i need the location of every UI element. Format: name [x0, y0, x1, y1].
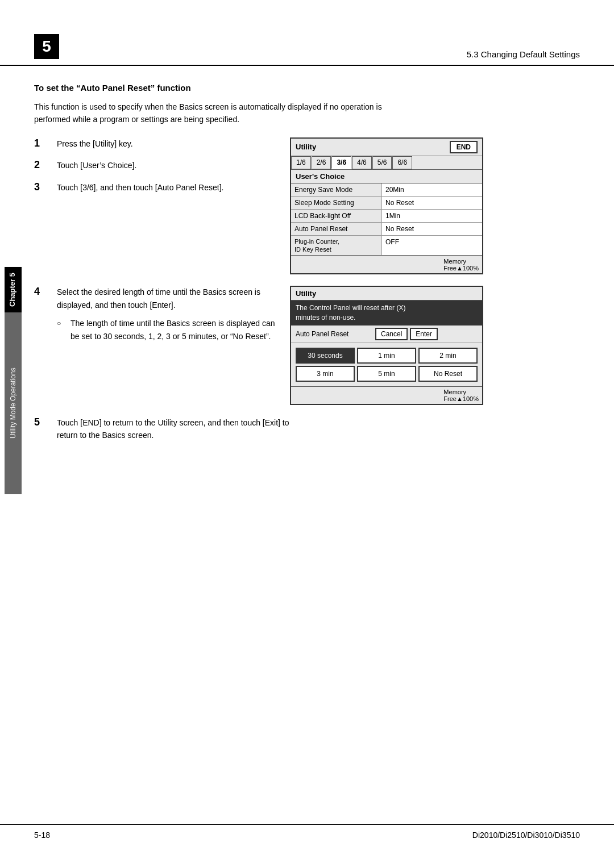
screen2-message: The Control Panel will reset after (X)mi…: [291, 301, 482, 326]
screen1-value-plugin: OFF: [382, 236, 482, 256]
screen1-section-title: User's Choice: [291, 170, 482, 183]
section-title: 5.3 Changing Default Settings: [467, 49, 580, 59]
page-header: 5 5.3 Changing Default Settings: [0, 0, 614, 66]
step-2-number: 2: [34, 159, 57, 171]
screen1-label-sleep: Sleep Mode Setting: [291, 197, 382, 209]
chapter-tab: Chapter 5: [5, 267, 22, 312]
section-heading: To set the “Auto Panel Reset” function: [34, 83, 580, 93]
screen1-row-sleep[interactable]: Sleep Mode Setting No Reset: [291, 197, 482, 210]
utility-tab: Utility Mode Operations: [5, 312, 22, 494]
screen1-row-lcd[interactable]: LCD Back-light Off 1Min: [291, 210, 482, 223]
step-1: 1 Press the [Utility] key.: [34, 137, 279, 150]
chapter-number: 5: [34, 34, 59, 59]
screen1-row-auto[interactable]: Auto Panel Reset No Reset: [291, 223, 482, 236]
steps-1-3-area: 1 Press the [Utility] key. 2 Touch [User…: [34, 137, 580, 275]
utility-screen-2: Utility The Control Panel will reset aft…: [290, 286, 483, 405]
steps-1-3-text: 1 Press the [Utility] key. 2 Touch [User…: [34, 137, 279, 203]
screen2-action-buttons: Cancel Enter: [375, 328, 438, 340]
bullet-circle: ○: [57, 318, 66, 329]
screen1-label-plugin: Plug-in Counter,ID Key Reset: [291, 236, 382, 256]
screen2-footer: MemoryFree▲100%: [291, 386, 482, 404]
option-1min[interactable]: 1 min: [357, 348, 416, 364]
screen1-memory: MemoryFree▲100%: [443, 258, 479, 272]
screen1-footer: MemoryFree▲100%: [291, 256, 482, 273]
screen1-value-energy: 20Min: [382, 183, 482, 196]
step-3-text: Touch [3/6], and then touch [Auto Panel …: [57, 181, 279, 194]
screen1-tab-bar: 1/6 2/6 3/6 4/6 5/6 6/6: [291, 156, 482, 170]
step-4-text-side: 4 Select the desired length of time unti…: [34, 286, 279, 352]
step-5: 5 Touch [END] to return to the Utility s…: [34, 416, 580, 442]
time-options-grid: 30 seconds 1 min 2 min 3 min 5 min No Re…: [291, 343, 482, 386]
page-container: Chapter 5 Utility Mode Operations 5 5.3 …: [0, 0, 614, 868]
screen2-auto-label: Auto Panel Reset: [296, 330, 375, 338]
screen2-memory: MemoryFree▲100%: [443, 389, 479, 402]
section-description: This function is used to specify when th…: [34, 101, 404, 126]
screen2-title-bar: Utility: [291, 287, 482, 301]
step-5-number: 5: [34, 416, 57, 428]
step-1-text: Press the [Utility] key.: [57, 137, 279, 150]
footer-model-numbers: Di2010/Di2510/Di3010/Di3510: [472, 831, 580, 840]
screen1-row-plugin[interactable]: Plug-in Counter,ID Key Reset OFF: [291, 236, 482, 256]
screen1-label-energy: Energy Save Mode: [291, 183, 382, 196]
screen2-auto-row: Auto Panel Reset Cancel Enter: [291, 326, 482, 343]
step-3: 3 Touch [3/6], and then touch [Auto Pane…: [34, 181, 279, 194]
step-4-text: Select the desired length of time until …: [57, 286, 279, 343]
side-labels: Chapter 5 Utility Mode Operations: [0, 267, 26, 494]
cancel-button[interactable]: Cancel: [375, 328, 408, 340]
tab-1-6[interactable]: 1/6: [291, 156, 311, 169]
option-no-reset[interactable]: No Reset: [418, 366, 478, 382]
tab-3-6[interactable]: 3/6: [331, 156, 351, 169]
step-3-number: 3: [34, 181, 57, 193]
step-4-subbullet: ○ The length of time until the Basics sc…: [57, 317, 279, 343]
screen1-label-lcd: LCD Back-light Off: [291, 210, 382, 222]
option-2min[interactable]: 2 min: [418, 348, 478, 364]
step-4-area: 4 Select the desired length of time unti…: [34, 286, 580, 405]
screen2-title: Utility: [296, 289, 316, 298]
option-30sec[interactable]: 30 seconds: [296, 348, 355, 364]
screen1-value-sleep: No Reset: [382, 197, 482, 209]
tab-6-6[interactable]: 6/6: [392, 156, 412, 169]
option-5min[interactable]: 5 min: [357, 366, 416, 382]
screen1-value-lcd: 1Min: [382, 210, 482, 222]
step-5-text: Touch [END] to return to the Utility scr…: [57, 416, 301, 442]
step-4-number: 4: [34, 286, 57, 298]
tab-2-6[interactable]: 2/6: [312, 156, 331, 169]
page-footer: 5-18 Di2010/Di2510/Di3010/Di3510: [0, 824, 614, 845]
screen-mockup-2: Utility The Control Panel will reset aft…: [279, 286, 580, 405]
footer-page-number: 5-18: [34, 831, 50, 840]
screen-mockup-1: Utility END 1/6 2/6 3/6 4/6 5/6 6/6 User…: [279, 137, 580, 275]
option-3min[interactable]: 3 min: [296, 366, 355, 382]
step-4: 4 Select the desired length of time unti…: [34, 286, 279, 343]
tab-4-6[interactable]: 4/6: [352, 156, 372, 169]
end-button[interactable]: END: [450, 141, 478, 153]
main-content: To set the “Auto Panel Reset” function T…: [0, 66, 614, 465]
utility-screen-1: Utility END 1/6 2/6 3/6 4/6 5/6 6/6 User…: [290, 137, 483, 275]
step-2: 2 Touch [User’s Choice].: [34, 159, 279, 172]
screen1-title: Utility: [296, 143, 316, 151]
screen1-title-bar: Utility END: [291, 139, 482, 156]
screen1-row-energy[interactable]: Energy Save Mode 20Min: [291, 183, 482, 197]
screen1-value-auto: No Reset: [382, 223, 482, 235]
step-4-sub-text: The length of time until the Basics scre…: [70, 317, 279, 343]
step-1-number: 1: [34, 137, 57, 149]
step-2-text: Touch [User’s Choice].: [57, 159, 279, 172]
tab-5-6[interactable]: 5/6: [372, 156, 392, 169]
enter-button[interactable]: Enter: [410, 328, 438, 340]
screen1-label-auto: Auto Panel Reset: [291, 223, 382, 235]
